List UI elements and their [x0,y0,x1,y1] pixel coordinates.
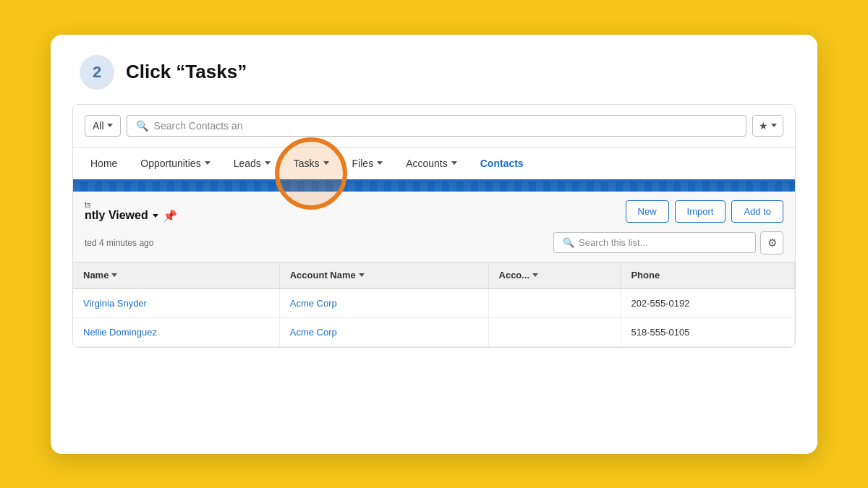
table-header-row: Name Account Name Acco [73,262,795,288]
col-acco: Acco... [488,262,621,288]
star-icon: ★ [759,120,768,132]
step-number: 2 [80,55,114,90]
col-name: Name [73,262,279,288]
nav-item-home[interactable]: Home [79,147,129,179]
breadcrumb: ts [85,200,177,209]
tasks-label: Tasks [294,158,320,169]
list-search-icon: 🔍 [563,237,574,248]
list-search-box[interactable]: 🔍 Search this list... [553,232,756,253]
app-window: All 🔍 Search Contacts an ★ Home Opportun… [72,104,796,348]
view-chevron-icon [153,214,158,218]
row2-account: Acme Corp [279,317,488,346]
home-label: Home [90,158,117,169]
gear-button[interactable]: ⚙ [760,231,783,254]
leads-chevron-icon [265,161,271,165]
step-header: 2 Click “Tasks” [51,35,817,104]
add-to-button[interactable]: Add to [731,200,783,223]
col-account-name: Account Name [279,262,488,288]
accounts-label: Accounts [406,158,448,169]
all-dropdown[interactable]: All [85,115,121,137]
name-col-chevron-icon [111,273,117,277]
nav-row: Home Opportunities Leads Tasks Files [73,147,795,181]
row1-account: Acme Corp [279,288,488,318]
opportunities-chevron-icon [205,161,210,165]
nav-item-tasks[interactable]: Tasks [282,147,341,179]
row1-acco [488,288,621,318]
chevron-down-icon [107,124,113,127]
view-label: ntly Viewed [85,209,148,222]
tasks-wrapper: Tasks [282,147,341,179]
row2-acco [488,317,621,346]
row1-phone: 202-555-0192 [621,288,795,318]
nav-item-leads[interactable]: Leads [222,147,282,179]
new-button[interactable]: New [626,200,669,223]
opportunities-label: Opportunities [140,158,200,169]
table-row: Nellie Dominguez Acme Corp 518-555-0105 [73,317,795,346]
account-link-acme1[interactable]: Acme Corp [290,298,337,309]
updated-text: ted 4 minutes ago [85,238,153,248]
row2-name: Nellie Dominguez [73,317,279,346]
files-label: Files [352,158,374,169]
all-label: All [93,120,104,132]
col-phone: Phone [621,262,795,288]
search-placeholder: Search Contacts an [154,120,243,132]
row1-name: Virginia Snyder [73,288,279,318]
updated-row: ted 4 minutes ago 🔍 Search this list... … [73,228,795,262]
pin-icon: 📌 [163,209,177,223]
nav-item-accounts[interactable]: Accounts [394,147,469,179]
acco-col-chevron-icon [532,273,538,277]
content-header: ts ntly Viewed 📌 New Import Add to [73,192,795,228]
tasks-chevron-icon [323,161,329,165]
view-selector[interactable]: ntly Viewed 📌 [85,209,177,223]
gear-icon: ⚙ [767,236,777,249]
accounts-chevron-icon [451,161,457,165]
contact-link-nellie[interactable]: Nellie Dominguez [83,327,157,338]
import-button[interactable]: Import [675,200,726,223]
content-area: ts ntly Viewed 📌 New Import Add to ted 4… [73,192,795,347]
contacts-label: Contacts [480,158,524,169]
contact-link-virginia[interactable]: Virginia Snyder [83,298,147,309]
nav-item-contacts[interactable]: Contacts [469,147,535,181]
search-icon: 🔍 [136,120,148,132]
row2-phone: 518-555-0105 [621,317,795,346]
search-box[interactable]: 🔍 Search Contacts an [127,115,746,137]
step-title: Click “Tasks” [126,61,247,83]
table-row: Virginia Snyder Acme Corp 202-555-0192 [73,288,795,318]
files-chevron-icon [377,161,383,165]
nav-item-files[interactable]: Files [341,147,395,179]
content-actions: New Import Add to [626,200,783,223]
contacts-table: Name Account Name Acco [73,262,795,347]
list-search-placeholder: Search this list... [579,237,647,248]
blue-stripe [73,181,795,192]
star-chevron-icon [771,124,777,127]
star-button[interactable]: ★ [752,115,783,137]
account-link-acme2[interactable]: Acme Corp [290,327,337,338]
account-name-col-chevron-icon [359,273,365,277]
search-row: All 🔍 Search Contacts an ★ [73,105,795,147]
content-left: ts ntly Viewed 📌 [85,200,177,223]
leads-label: Leads [234,158,261,169]
app-container: 2 Click “Tasks” All 🔍 Search Contacts an… [51,35,817,454]
nav-item-opportunities[interactable]: Opportunities [129,147,221,179]
